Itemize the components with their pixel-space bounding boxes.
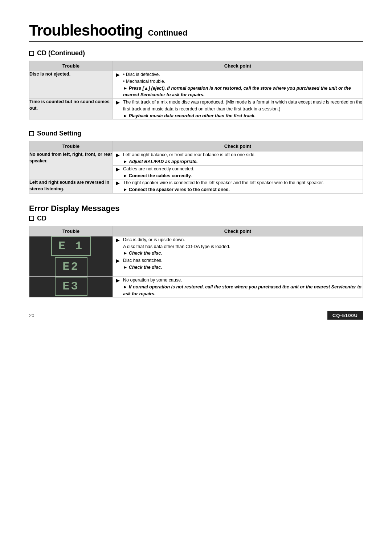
trouble-time-counted: Time is counted but no sound comes out.: [29, 99, 113, 119]
trouble-no-sound: No sound from left, right, front, or rea…: [29, 151, 113, 179]
check-e2: Disc has scratches. ► Check the disc.: [123, 257, 363, 277]
arrow-icon-5: ►: [113, 179, 123, 194]
checkbox-icon-cd: [29, 51, 34, 56]
arrow-icon-4: ►: [113, 165, 123, 179]
arrow-icon-1: ►: [113, 71, 123, 99]
arrow-icon-2: ►: [113, 99, 123, 119]
checkbox-icon-sound: [29, 131, 34, 136]
arrow-icon-e2: ►: [113, 257, 123, 277]
check-no-sound-1: Left and right balance, or front and rea…: [123, 151, 363, 166]
section-heading-cd: CD (Continued): [29, 49, 363, 57]
section-title-cd: CD (Continued): [37, 49, 85, 57]
check-reversed-sound: The right speaker wire is connected to t…: [123, 179, 363, 194]
check-e1: Disc is dirty, or is upside down. A disc…: [123, 236, 363, 257]
table-row: Time is counted but no sound comes out. …: [29, 99, 363, 119]
trouble-reversed-sound: Left and right sounds are reversed in st…: [29, 179, 113, 194]
table-row: E2 ► Disc has scratches. ► Check the dis…: [29, 257, 363, 277]
table-row: E3 ► No operation by some cause. ► If no…: [29, 277, 363, 297]
table-row: No sound from left, right, front, or rea…: [29, 151, 363, 166]
section-title-sound: Sound Setting: [37, 130, 81, 137]
error-section-title: Error Display Messages: [29, 204, 363, 213]
section-sound-setting: Sound Setting Trouble Check point No sou…: [29, 130, 363, 194]
display-e1: E 1: [29, 236, 113, 257]
section-heading-sound: Sound Setting: [29, 130, 363, 137]
table-cd-continued: Trouble Check point Disc is not ejected.…: [29, 61, 363, 119]
display-e3: E3: [29, 277, 113, 297]
checkbox-icon-error: [29, 216, 34, 221]
check-disc-ejected: Disc is defective. Mechanical trouble. ►…: [123, 71, 363, 99]
table-error: Trouble Check point E 1 ► Disc is dirty,…: [29, 226, 363, 298]
arrow-icon-3: ►: [113, 151, 123, 166]
arrow-icon-e3: ►: [113, 277, 123, 297]
section-cd-continued: CD (Continued) Trouble Check point Disc …: [29, 49, 363, 119]
check-no-sound-2: Cables are not correctly connected. ► Co…: [123, 165, 363, 179]
col-trouble-cd: Trouble: [29, 61, 113, 71]
check-e3: No operation by some cause. ► If normal …: [123, 277, 363, 297]
arrow-icon-e1: ►: [113, 236, 123, 257]
model-badge: CQ-5100U: [327, 311, 363, 320]
table-row: Left and right sounds are reversed in st…: [29, 179, 363, 194]
table-row: Disc is not ejected. ► Disc is defective…: [29, 71, 363, 99]
table-sound-setting: Trouble Check point No sound from left, …: [29, 141, 363, 194]
section-title-error-cd: CD: [37, 215, 46, 222]
title-continued: Continued: [148, 28, 188, 37]
table-row: E 1 ► Disc is dirty, or is upside down. …: [29, 236, 363, 257]
display-e2: E2: [29, 257, 113, 277]
title-divider: [29, 41, 363, 42]
section-heading-error-cd: CD: [29, 215, 363, 222]
col-check-error: Check point: [113, 226, 363, 236]
title-text: Troubleshooting: [29, 22, 143, 39]
col-check-sound: Check point: [113, 141, 363, 151]
trouble-disc-ejected: Disc is not ejected.: [29, 71, 113, 99]
footer: 20 CQ-5100U: [29, 308, 363, 320]
check-time-counted: The first track of a mix mode disc was r…: [123, 99, 363, 119]
col-trouble-sound: Trouble: [29, 141, 113, 151]
page-title: Troubleshooting Continued: [29, 22, 363, 39]
col-check-cd: Check point: [113, 61, 363, 71]
col-trouble-error: Trouble: [29, 226, 113, 236]
section-error-display: Error Display Messages CD Trouble Check …: [29, 204, 363, 298]
page-number: 20: [29, 313, 34, 318]
